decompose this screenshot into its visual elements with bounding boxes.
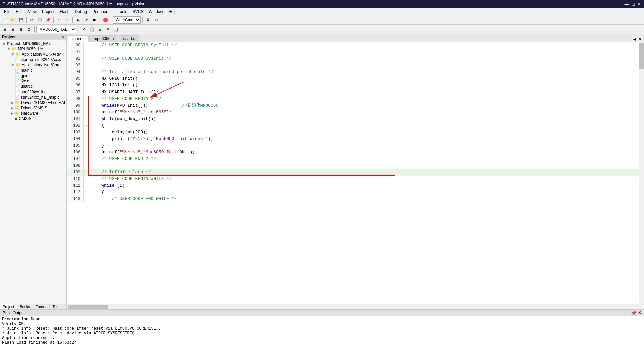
tree-hardware[interactable]: ▶ 📁 Hardware <box>0 111 66 116</box>
code-content-108 <box>88 162 94 169</box>
line-num-93: 93 <box>67 62 84 69</box>
build-output-content[interactable]: Programming Done. Verify OK. * JLink Inf… <box>0 316 644 350</box>
fold-98 <box>84 96 88 102</box>
close-button[interactable]: ✕ <box>637 1 641 7</box>
toolbar2-btn3[interactable]: ⊕ <box>17 26 25 33</box>
paste-btn[interactable]: 📌 <box>44 16 52 24</box>
fold-108 <box>84 162 88 169</box>
menu-help[interactable]: Help <box>166 9 179 15</box>
project-panel-title: Project <box>2 35 16 39</box>
toolbar2-btn9[interactable]: 📊 <box>112 26 120 33</box>
tree-app-mdk[interactable]: ▼ 📁 Application/MDK-ARM <box>0 52 66 57</box>
stop-btn[interactable]: ⏹ <box>91 16 98 24</box>
line-num-108: 108 <box>67 162 84 169</box>
build-output-pin[interactable]: 📌 <box>631 310 637 316</box>
maximize-button[interactable]: □ <box>632 1 635 7</box>
editor-scrollbar[interactable] <box>639 42 644 304</box>
new-btn[interactable]: 📄 <box>1 16 9 24</box>
tree-project-root[interactable]: ▶ Project: MPU6050_HAL <box>0 41 66 46</box>
menu-tools[interactable]: Tools <box>115 9 130 15</box>
fold-100 <box>84 109 88 116</box>
tab-main-c[interactable]: main.c <box>68 35 89 42</box>
code-content-95: MX_GPIO_Init(); <box>88 75 140 82</box>
save-btn[interactable]: 💾 <box>17 16 25 24</box>
debug-btn[interactable]: 🔴 <box>102 16 109 24</box>
toolbar2-btn4[interactable]: ⊗ <box>25 26 33 33</box>
tab-books[interactable]: Books <box>17 304 33 309</box>
code-line-97: 97 MX_USART1_UART_Init(); <box>67 89 644 96</box>
build-output-close[interactable]: ✕ <box>638 310 641 316</box>
code-line-111: 111 while (1) <box>67 182 644 189</box>
menu-flash[interactable]: Flash <box>57 9 72 15</box>
fold-103 <box>84 129 88 136</box>
line-num-97: 97 <box>67 89 84 96</box>
build-btn[interactable]: ▶ <box>74 16 82 24</box>
open-btn[interactable]: 📂 <box>9 16 17 24</box>
tree-usart-c[interactable]: 📄 usart.c <box>0 84 66 89</box>
tree-main-c[interactable]: 📄 main.c <box>0 68 66 73</box>
menu-edit[interactable]: Edit <box>13 9 25 15</box>
tree-drivers-cmsis[interactable]: ▶ 📁 Drivers/CMSIS <box>0 105 66 111</box>
tree-cmsis[interactable]: ◆ CMSIS <box>0 116 66 121</box>
toolbar2-btn5[interactable]: ✔ <box>80 26 88 33</box>
copy-btn[interactable]: 📋 <box>36 16 44 24</box>
project-panel-close[interactable]: ✕ <box>61 35 64 39</box>
tab-usart-c-label: usart.c <box>123 36 135 41</box>
toolbar2-btn2[interactable]: ⊟ <box>9 26 17 33</box>
code-content-110: /* USER CODE BEGIN WHILE */ <box>88 176 172 182</box>
code-line-92: 92 /* USER CODE END SysInit */ <box>67 55 644 62</box>
code-editor[interactable]: 90 /* USER CODE BEGIN SysInit */ 91 92 /… <box>67 42 644 304</box>
cut-btn[interactable]: ✂ <box>28 16 36 24</box>
target-dropdown[interactable]: WriteCmd <box>113 16 141 24</box>
tree-app-user[interactable]: ▼ 📁 Application/User/Core <box>0 62 66 68</box>
menu-file[interactable]: File <box>1 9 13 15</box>
code-content-106: printf("%s\r\n","Mpu6050 Init OK!"); <box>88 149 195 156</box>
tree-stm32-msp[interactable]: 📄 stm32f4xx_hal_msp.c <box>0 95 66 100</box>
code-content-94: /* Initialize all configured peripherals… <box>88 69 213 75</box>
hscroll-thumb[interactable] <box>68 305 108 309</box>
menu-svcs[interactable]: SVCS <box>130 9 146 15</box>
tree-drivers-hal[interactable]: ▶ 📁 Drivers/STM32F4xx_HAL_Dri... <box>0 100 66 105</box>
menu-window[interactable]: Window <box>146 9 166 15</box>
line-num-111: 111 <box>67 182 84 189</box>
tab-project[interactable]: Project <box>0 304 17 309</box>
tab-temp[interactable]: Temp... <box>50 304 67 309</box>
tree-stm32-it[interactable]: 📄 stm32f4xx_it.c <box>0 89 66 95</box>
code-line-112: 112 ▷ { <box>67 189 644 196</box>
minimize-button[interactable]: — <box>625 1 629 7</box>
tree-i2c-c[interactable]: 📄 i2c.c <box>0 78 66 84</box>
line-num-104: 104 <box>67 136 84 142</box>
code-line-113: 113 /* USER CODE END WHILE */ <box>67 196 644 202</box>
fold-92 <box>84 55 88 62</box>
tab-usart-c[interactable]: usart.c <box>119 35 139 42</box>
toolbar2-btn7[interactable]: ▲ <box>96 26 104 33</box>
tree-mpu6050hal[interactable]: ▼ 📁 MPU6050_HAL <box>0 46 66 52</box>
code-content-90: /* USER CODE BEGIN SysInit */ <box>88 42 177 49</box>
menu-view[interactable]: View <box>25 9 39 15</box>
menu-peripherals[interactable]: Peripherals <box>90 9 115 15</box>
menu-debug[interactable]: Debug <box>72 9 90 15</box>
rebuild-btn[interactable]: ⟳ <box>83 16 90 24</box>
tab-mpu6050-h[interactable]: mpu6050.h <box>89 35 118 42</box>
line-num-109: 109 <box>67 169 84 176</box>
toolbar2-btn1[interactable]: ⊞ <box>1 26 9 33</box>
editor-expand-btn[interactable]: ✕ <box>637 36 643 42</box>
toolbar2-btn6[interactable]: 📋 <box>88 26 96 33</box>
editor-collapse-btn[interactable]: ◀ <box>632 36 637 42</box>
menu-project[interactable]: Project <box>39 9 57 15</box>
toolbar2-btn8[interactable]: ▼ <box>104 26 112 33</box>
tree-startup[interactable]: 📄 startup_stm32f407xx.s <box>0 57 66 62</box>
project-panel: Project ✕ ▶ Project: MPU6050_HAL ▼ 📁 MPU… <box>0 34 67 309</box>
horizontal-scrollbar[interactable] <box>67 304 644 309</box>
undo-btn[interactable]: ↩ <box>55 16 63 24</box>
tree-gpio-c[interactable]: 📄 gpio.c <box>0 73 66 78</box>
component-dropdown[interactable]: MPU6050_HAL <box>36 26 76 33</box>
scrollbar-thumb[interactable] <box>639 43 644 69</box>
settings-btn[interactable]: ⚙ <box>152 16 160 24</box>
code-line-108: 108 <box>67 162 644 169</box>
tab-func[interactable]: Func... <box>33 304 50 309</box>
project-panel-header: Project ✕ <box>0 34 66 40</box>
code-line-98: 98 /* USER CODE BEGIN 2 */ <box>67 96 644 102</box>
redo-btn[interactable]: ↪ <box>63 16 71 24</box>
load-btn[interactable]: ⬇ <box>144 16 152 24</box>
